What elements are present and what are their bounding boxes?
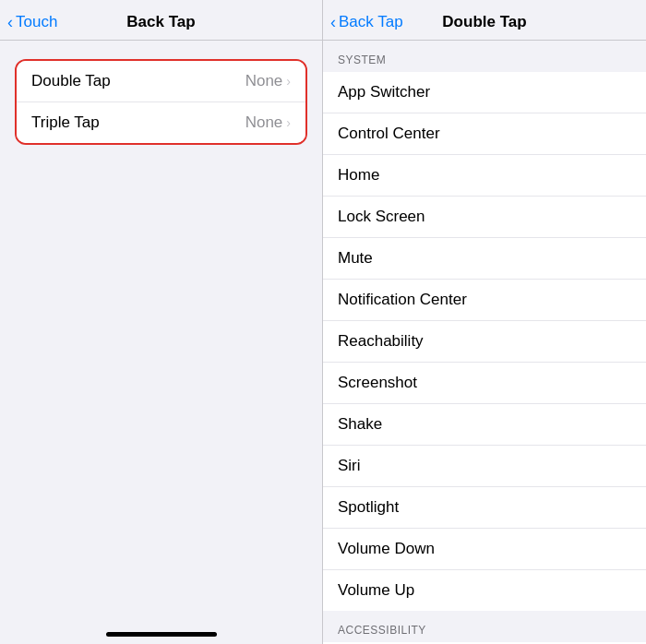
home-indicator [106,632,217,637]
list-item-text: Reachability [338,332,424,351]
list-item-text: Siri [338,457,361,475]
list-item-text: Control Center [338,125,440,143]
list-item-screenshot[interactable]: Screenshot [323,363,646,404]
left-content: Double Tap None › Triple Tap None › [0,41,322,163]
triple-tap-label: Triple Tap [31,113,100,132]
list-item-app-switcher[interactable]: App Switcher [323,72,646,113]
list-item-shake[interactable]: Shake [323,404,646,446]
left-nav-title: Back Tap [126,13,195,31]
list-item-lock-screen[interactable]: Lock Screen [323,197,646,238]
list-item-text: Home [338,166,379,185]
left-back-label: Touch [16,13,57,31]
list-item-text: Volume Down [338,540,435,558]
accessibility-section-header: ACCESSIBILITY [323,611,646,642]
list-item-reachability[interactable]: Reachability [323,321,646,363]
list-item-volume-up[interactable]: Volume Up [323,570,646,611]
triple-tap-value: None › [245,113,291,132]
left-panel: ‹ Touch Back Tap Double Tap None › Tripl… [0,0,323,644]
list-item-text: Shake [338,415,382,434]
list-item-spotlight[interactable]: Spotlight [323,487,646,529]
double-tap-value: None › [245,72,291,90]
system-section-header: SYSTEM [323,41,646,72]
left-back-button[interactable]: ‹ Touch [7,13,57,31]
list-item-mute[interactable]: Mute [323,238,646,280]
list-item-volume-down[interactable]: Volume Down [323,529,646,570]
left-nav-bar: ‹ Touch Back Tap [0,0,322,41]
list-item-text: Notification Center [338,291,467,309]
left-back-chevron-icon: ‹ [7,14,13,30]
system-list-section: App Switcher Control Center Home Lock Sc… [323,72,646,611]
right-content: SYSTEM App Switcher Control Center Home … [323,41,646,644]
list-item-notification-center[interactable]: Notification Center [323,280,646,321]
triple-tap-row[interactable]: Triple Tap None › [17,102,305,143]
double-tap-value-text: None [245,72,283,90]
double-tap-chevron-icon: › [286,74,291,89]
list-item-siri[interactable]: Siri [323,446,646,487]
right-nav-title: Double Tap [442,13,526,31]
double-tap-label: Double Tap [31,72,111,90]
list-item-text: Mute [338,249,373,268]
triple-tap-value-text: None [245,113,283,132]
list-item-text: Spotlight [338,498,399,517]
right-back-button[interactable]: ‹ Back Tap [330,13,403,31]
back-tap-options-section: Double Tap None › Triple Tap None › [15,59,307,145]
triple-tap-chevron-icon: › [286,115,291,130]
right-nav-bar: ‹ Back Tap Double Tap [323,0,646,41]
list-item-home[interactable]: Home [323,155,646,197]
right-panel: ‹ Back Tap Double Tap SYSTEM App Switche… [323,0,646,644]
list-item-control-center[interactable]: Control Center [323,113,646,155]
right-back-chevron-icon: ‹ [330,14,336,30]
double-tap-row[interactable]: Double Tap None › [17,61,305,102]
list-item-text: Lock Screen [338,208,425,226]
list-item-text: Volume Up [338,581,414,600]
right-back-label: Back Tap [339,13,403,31]
list-item-text: Screenshot [338,374,417,392]
list-item-text: App Switcher [338,83,430,101]
